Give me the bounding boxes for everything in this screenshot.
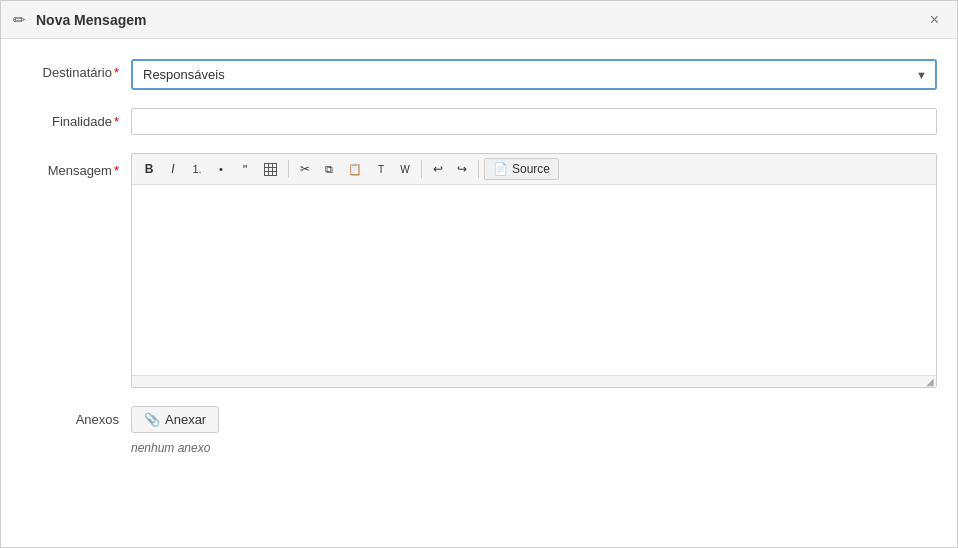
dialog-title: Nova Mensagem <box>36 12 924 28</box>
cut-button[interactable]: ✂ <box>294 158 316 180</box>
finalidade-input[interactable] <box>131 108 937 135</box>
paste-word-icon: W <box>400 164 409 175</box>
table-icon <box>264 163 277 176</box>
source-doc-icon: 📄 <box>493 162 508 176</box>
mensagem-field: B I 1. • " <box>131 153 937 388</box>
destinatario-row: Destinatário* Responsáveis ▼ <box>21 59 937 90</box>
mensagem-row: Mensagem* B I 1. • <box>21 153 937 388</box>
ordered-list-icon: 1. <box>192 163 201 175</box>
editor-footer: ◢ <box>132 375 936 387</box>
finalidade-field <box>131 108 937 135</box>
close-button[interactable]: × <box>924 10 945 30</box>
anexos-field: 📎 Anexar nenhum anexo <box>131 406 937 455</box>
svg-rect-0 <box>265 163 277 175</box>
destinatario-field: Responsáveis ▼ <box>131 59 937 90</box>
cut-icon: ✂ <box>300 162 310 176</box>
mensagem-label: Mensagem* <box>21 153 131 178</box>
undo-icon: ↩ <box>433 162 443 176</box>
undo-button[interactable]: ↩ <box>427 158 449 180</box>
no-attachment-text: nenhum anexo <box>131 441 937 455</box>
destinatario-select[interactable]: Responsáveis <box>131 59 937 90</box>
anexos-label: Anexos <box>21 406 131 427</box>
paste-word-button[interactable]: W <box>394 158 416 180</box>
copy-button[interactable]: ⧉ <box>318 158 340 180</box>
dialog-header: ✏ Nova Mensagem × <box>1 1 957 39</box>
table-button[interactable] <box>258 158 283 180</box>
editor-content-area[interactable] <box>132 185 936 375</box>
finalidade-row: Finalidade* <box>21 108 937 135</box>
paperclip-icon: 📎 <box>144 412 160 427</box>
copy-icon: ⧉ <box>325 163 333 176</box>
editor-toolbar: B I 1. • " <box>132 154 936 185</box>
redo-icon: ↪ <box>457 162 467 176</box>
unordered-list-button[interactable]: • <box>210 158 232 180</box>
pencil-icon: ✏ <box>13 11 26 29</box>
bold-button[interactable]: B <box>138 158 160 180</box>
blockquote-button[interactable]: " <box>234 158 256 180</box>
attach-button[interactable]: 📎 Anexar <box>131 406 219 433</box>
paste-button[interactable]: 📋 <box>342 158 368 180</box>
unordered-list-icon: • <box>219 163 223 175</box>
toolbar-separator-1 <box>288 160 289 178</box>
source-button[interactable]: 📄 Source <box>484 158 559 180</box>
dialog-body: Destinatário* Responsáveis ▼ Finalidade*… <box>1 39 957 547</box>
mensagem-required: * <box>114 163 119 178</box>
paste-icon: 📋 <box>348 163 362 176</box>
paste-text-button[interactable]: T <box>370 158 392 180</box>
toolbar-separator-2 <box>421 160 422 178</box>
redo-button[interactable]: ↪ <box>451 158 473 180</box>
editor-container: B I 1. • " <box>131 153 937 388</box>
destinatario-label: Destinatário* <box>21 59 131 80</box>
finalidade-required: * <box>114 114 119 129</box>
resize-handle-icon: ◢ <box>926 377 934 387</box>
ordered-list-button[interactable]: 1. <box>186 158 208 180</box>
destinatario-required: * <box>114 65 119 80</box>
toolbar-separator-3 <box>478 160 479 178</box>
anexos-row: Anexos 📎 Anexar nenhum anexo <box>21 406 937 455</box>
nova-mensagem-dialog: ✏ Nova Mensagem × Destinatário* Responsá… <box>0 0 958 548</box>
paste-text-icon: T <box>378 164 384 175</box>
blockquote-icon: " <box>243 162 248 177</box>
finalidade-label: Finalidade* <box>21 108 131 129</box>
italic-button[interactable]: I <box>162 158 184 180</box>
